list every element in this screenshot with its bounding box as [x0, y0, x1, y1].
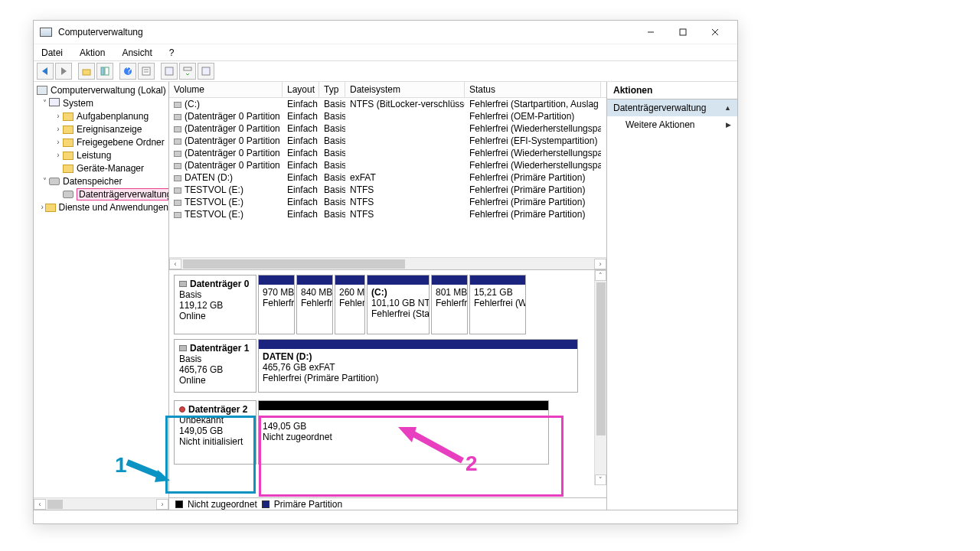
window-title: Computerverwaltung — [58, 27, 635, 37]
svg-rect-1 — [680, 29, 686, 35]
close-button[interactable] — [699, 21, 731, 43]
volume-row[interactable]: (Datenträger 0 Partition 1)EinfachBasisF… — [169, 110, 606, 122]
disk-info-2[interactable]: Datenträger 2 Unbekannt 149,05 GB Nicht … — [174, 400, 256, 465]
separator — [74, 63, 77, 80]
disk-vscrollbar[interactable]: ˄˅ — [594, 270, 606, 485]
volume-row[interactable]: DATEN (D:)EinfachBasisexFATFehlerfrei (P… — [169, 171, 606, 184]
svg-rect-14 — [165, 67, 173, 75]
tree-event-viewer[interactable]: ›Ereignisanzeige — [34, 122, 168, 135]
col-fs[interactable]: Dateisystem — [345, 82, 465, 97]
tree-root[interactable]: Computerverwaltung (Lokal) — [34, 83, 168, 96]
menu-help[interactable]: ? — [166, 46, 178, 60]
col-layout[interactable]: Layout — [283, 82, 319, 97]
properties-button[interactable] — [138, 63, 155, 80]
forward-button[interactable] — [55, 63, 72, 80]
view-top-button[interactable] — [179, 63, 196, 80]
disk-icon — [179, 345, 187, 351]
minimize-button[interactable] — [635, 21, 667, 43]
col-type[interactable]: Typ — [319, 82, 345, 97]
disk-info-0[interactable]: Datenträger 0 Basis 119,12 GB Online — [174, 275, 256, 334]
tree-device-manager[interactable]: Geräte-Manager — [34, 161, 168, 174]
show-hide-tree-button[interactable] — [96, 63, 113, 80]
nav-tree[interactable]: Computerverwaltung (Lokal) ˅System ›Aufg… — [34, 82, 169, 510]
view-bottom-button[interactable] — [198, 63, 214, 80]
partition-d0-5[interactable]: 15,21 GBFehlerfrei (Wi — [469, 275, 526, 334]
volume-row[interactable]: (Datenträger 0 Partition 2)EinfachBasisF… — [169, 122, 606, 135]
volume-row[interactable]: TESTVOL (E:)EinfachBasisNTFSFehlerfrei (… — [169, 196, 606, 208]
refresh-button[interactable] — [161, 63, 178, 80]
volume-table[interactable]: Volume Layout Typ Dateisystem Status (C:… — [169, 82, 606, 269]
tree-disk-management[interactable]: Datenträgerverwaltung — [34, 187, 168, 201]
partition-d0-1[interactable]: 840 MBFehlerfr — [296, 275, 333, 334]
actions-pane: Aktionen Datenträgerverwaltung▲ Weitere … — [607, 82, 737, 510]
svg-rect-8 — [105, 67, 109, 75]
tree-hscrollbar[interactable]: ‹› — [34, 497, 168, 510]
svg-rect-15 — [184, 67, 191, 70]
legend-swatch-primary — [262, 500, 270, 508]
menubar: Datei Aktion Ansicht ? — [34, 44, 737, 60]
svg-marker-5 — [61, 67, 67, 75]
svg-line-17 — [127, 462, 161, 476]
volume-row[interactable]: TESTVOL (E:)EinfachBasisNTFSFehlerfrei (… — [169, 208, 606, 220]
legend-label-primary: Primäre Partition — [274, 499, 342, 510]
legend-label-unallocated: Nicht zugeordnet — [188, 499, 257, 510]
svg-text:?: ? — [126, 66, 132, 76]
legend: Nicht zugeordnet Primäre Partition — [169, 497, 606, 510]
col-volume[interactable]: Volume — [169, 82, 283, 97]
svg-line-19 — [412, 433, 462, 461]
disk-row-0[interactable]: Datenträger 0 Basis 119,12 GB Online 970… — [174, 275, 590, 334]
disk-icon — [179, 406, 185, 412]
volume-row[interactable]: (Datenträger 0 Partition 7)EinfachBasisF… — [169, 159, 606, 171]
disk-management-pane: Volume Layout Typ Dateisystem Status (C:… — [169, 82, 607, 510]
help-button[interactable]: ? — [119, 63, 136, 80]
svg-rect-11 — [142, 67, 150, 75]
svg-rect-16 — [202, 67, 210, 75]
volume-row[interactable]: (Datenträger 0 Partition 3)EinfachBasisF… — [169, 135, 606, 147]
up-button[interactable] — [78, 63, 95, 80]
mmc-window: Computerverwaltung Datei Aktion Ansicht … — [33, 20, 738, 524]
disk-graphical-view[interactable]: Datenträger 0 Basis 119,12 GB Online 970… — [169, 269, 606, 497]
tree-services[interactable]: ›Dienste und Anwendungen — [34, 201, 168, 214]
partition-d0-2[interactable]: 260 MFehler — [335, 275, 365, 334]
actions-more[interactable]: Weitere Aktionen▶ — [607, 116, 737, 133]
menu-file[interactable]: Datei — [38, 46, 66, 60]
titlebar[interactable]: Computerverwaltung — [34, 21, 737, 44]
annotation-arrow-1 — [124, 455, 173, 485]
svg-marker-20 — [398, 427, 416, 442]
volume-row[interactable]: (Datenträger 0 Partition 6)EinfachBasisF… — [169, 147, 606, 159]
collapse-icon: ▲ — [724, 104, 731, 112]
legend-swatch-unallocated — [175, 500, 183, 508]
toolbar: ? — [34, 60, 737, 82]
disk-row-1[interactable]: Datenträger 1 Basis 465,76 GB Online DAT… — [174, 339, 590, 393]
chevron-right-icon: ▶ — [726, 121, 731, 129]
app-icon — [40, 26, 52, 38]
volume-row[interactable]: (C:)EinfachBasisNTFS (BitLocker-verschlü… — [169, 98, 606, 110]
svg-rect-7 — [101, 67, 104, 75]
partition-d0-4[interactable]: 801 MBFehlerfr — [431, 275, 468, 334]
annotation-number-2: 2 — [466, 452, 478, 476]
separator — [156, 63, 159, 80]
maximize-button[interactable] — [667, 21, 699, 43]
svg-rect-6 — [83, 70, 90, 75]
volume-header[interactable]: Volume Layout Typ Dateisystem Status — [169, 82, 606, 98]
disk-info-1[interactable]: Datenträger 1 Basis 465,76 GB Online — [174, 339, 256, 393]
separator — [115, 63, 118, 80]
menu-view[interactable]: Ansicht — [119, 46, 155, 60]
svg-marker-4 — [42, 67, 47, 75]
volume-row[interactable]: TESTVOL (E:)EinfachBasisNTFSFehlerfrei (… — [169, 184, 606, 196]
partition-d0-3[interactable]: (C:)101,10 GB NTFSFehlerfrei (Startp — [367, 275, 430, 334]
tree-performance[interactable]: ›Leistung — [34, 148, 168, 161]
tree-task-scheduler[interactable]: ›Aufgabenplanung — [34, 109, 168, 122]
tree-shared-folders[interactable]: ›Freigegebene Ordner — [34, 135, 168, 148]
tree-system[interactable]: ˅System — [34, 96, 168, 109]
volume-hscrollbar[interactable]: ‹› — [169, 257, 606, 269]
partition-d0-0[interactable]: 970 MBFehlerfr — [258, 275, 295, 334]
col-status[interactable]: Status — [465, 82, 601, 97]
tree-storage[interactable]: ˅Datenspeicher — [34, 174, 168, 187]
annotation-arrow-2 — [389, 422, 466, 465]
back-button[interactable] — [37, 63, 54, 80]
disk-row-2[interactable]: Datenträger 2 Unbekannt 149,05 GB Nicht … — [174, 400, 590, 465]
menu-action[interactable]: Aktion — [77, 46, 108, 60]
actions-section[interactable]: Datenträgerverwaltung▲ — [607, 99, 737, 116]
partition-d1-daten[interactable]: DATEN (D:) 465,76 GB exFAT Fehlerfrei (P… — [258, 339, 578, 393]
